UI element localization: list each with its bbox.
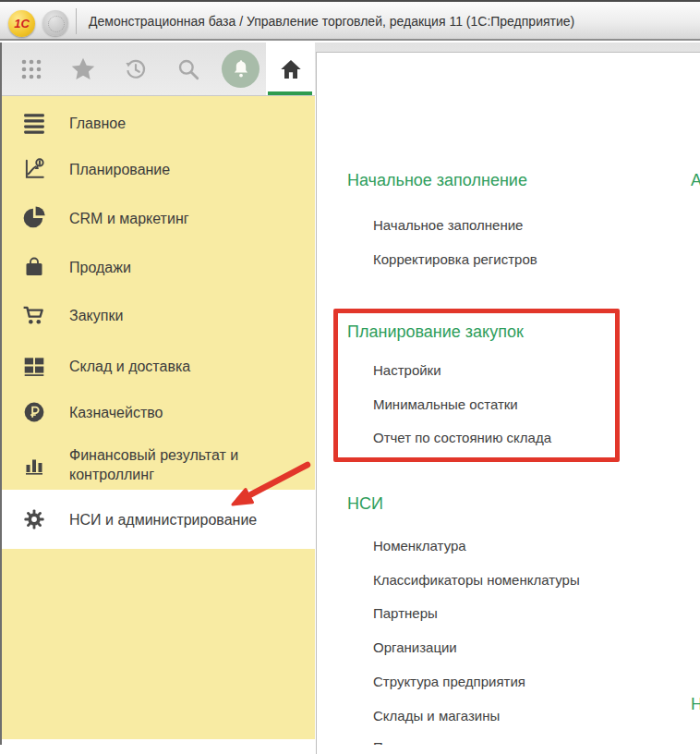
clipped-bottom-link-wrap: П: [373, 738, 484, 745]
link-initial-filling[interactable]: Начальное заполнение: [373, 216, 523, 235]
notifications-bell-icon[interactable]: [222, 50, 259, 88]
link-clipped-bottom[interactable]: П: [373, 738, 484, 745]
link-warehouses-stores[interactable]: Склады и магазины: [373, 707, 500, 725]
shopping-bag-icon: [21, 256, 47, 278]
sidebar-item-finance[interactable]: Финансовый результат и контроллинг: [0, 444, 315, 486]
gear-icon: [21, 507, 47, 531]
sidebar-item-main[interactable]: Главное: [0, 107, 315, 139]
app-window: { "window": { "title": "Демонстрационная…: [0, 0, 700, 754]
sidebar-item-label: Закупки: [69, 306, 296, 325]
sidebar-item-planning[interactable]: Планирование: [0, 153, 315, 185]
sidebar-item-label: Склад и доставка: [69, 357, 296, 376]
sidebar-item-treasury[interactable]: Казначейство: [0, 396, 315, 428]
favorites-star-icon[interactable]: [70, 56, 96, 82]
sidebar-item-purchases[interactable]: Закупки: [0, 299, 315, 331]
sidebar-item-nsi-admin[interactable]: НСИ и администрирование: [0, 490, 315, 549]
sidebar-item-sales[interactable]: Продажи: [0, 251, 315, 283]
section-header-initial-filling[interactable]: Начальное заполнение: [347, 170, 527, 190]
link-nomenclature-classifiers[interactable]: Классификаторы номенклатуры: [373, 571, 580, 590]
window-left-edge: [0, 43, 2, 745]
link-minimum-stock[interactable]: Минимальные остатки: [373, 395, 518, 414]
sidebar-item-label: Планирование: [69, 160, 296, 179]
sidebar-item-label: Финансовый результат и контроллинг: [69, 445, 296, 484]
sidebar-item-warehouse[interactable]: Склад и доставка: [0, 350, 315, 382]
pie-chart-icon: [21, 206, 47, 230]
warehouse-grid-icon: [21, 354, 47, 378]
clipped-column-header-settings[interactable]: Н: [691, 694, 700, 714]
sidebar-item-label: Казначейство: [69, 403, 296, 422]
sections-sidebar: Главное Планирование CRM и маркетинг: [0, 95, 315, 739]
link-settings[interactable]: Настройки: [373, 361, 441, 380]
link-nomenclature[interactable]: Номенклатура: [373, 537, 466, 555]
link-enterprise-structure[interactable]: Структура предприятия: [373, 673, 525, 691]
history-clock-icon[interactable]: [123, 56, 149, 82]
section-header-purchase-planning[interactable]: Планирование закупок: [347, 322, 524, 342]
planning-chart-icon: [21, 157, 47, 181]
sidebar-item-label: CRM и маркетинг: [69, 209, 296, 228]
section-header-nsi[interactable]: НСИ: [347, 493, 383, 514]
title-bar: 1С Демонстрационная база / Управление то…: [0, 0, 700, 41]
ruble-coin-icon: [21, 400, 47, 424]
service-emblem-icon: [42, 10, 68, 36]
link-partners[interactable]: Партнеры: [373, 604, 438, 623]
shopping-cart-icon: [21, 303, 47, 327]
sidebar-item-label: Главное: [69, 114, 296, 133]
content-panel: Начальное заполнение Начальное заполнени…: [316, 52, 700, 754]
sidebar-item-crm[interactable]: CRM и маркетинг: [0, 202, 315, 234]
titlebar-separator: [76, 8, 77, 34]
window-title: Демонстрационная база / Управление торго…: [89, 2, 574, 41]
menu-lines-icon: [21, 111, 47, 135]
home-icon: [278, 56, 304, 82]
clipped-column-header-admin[interactable]: А: [691, 170, 700, 190]
link-organizations[interactable]: Организации: [373, 638, 457, 657]
1c-logo-icon: 1С: [8, 10, 35, 37]
sidebar-item-label: НСИ и администрирование: [69, 510, 296, 529]
tab-home[interactable]: [266, 43, 315, 95]
menu-grid-icon[interactable]: [18, 56, 44, 82]
red-highlight-box: Планирование закупок Настройки Минимальн…: [333, 309, 620, 462]
search-icon[interactable]: [175, 56, 201, 82]
link-warehouse-state-report[interactable]: Отчет по состоянию склада: [373, 429, 551, 447]
link-register-correction[interactable]: Корректировка регистров: [373, 250, 537, 269]
sidebar-item-label: Продажи: [69, 258, 296, 277]
bar-chart-icon: [21, 454, 47, 476]
